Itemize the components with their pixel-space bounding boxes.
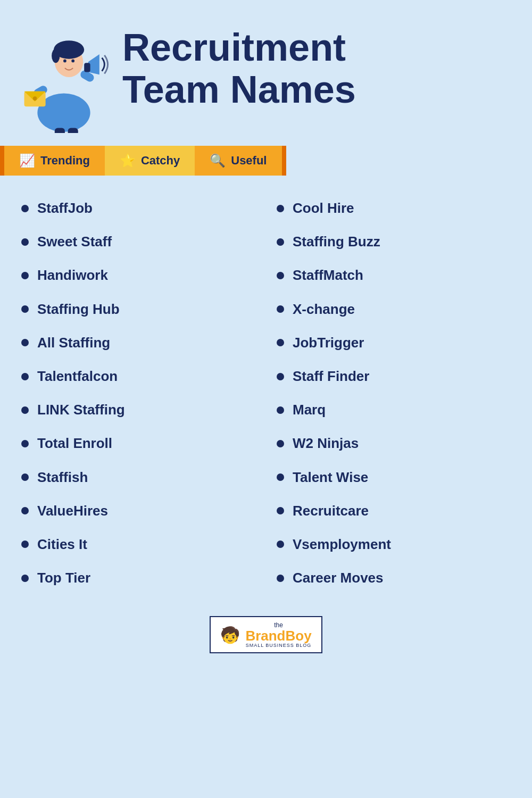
- list-item-text: Talent Wise: [293, 469, 368, 486]
- list-item: Marq: [277, 393, 511, 427]
- tabs-bar: 📈 Trending ⭐ Catchy 🔍 Useful: [0, 146, 532, 176]
- names-list: StaffJob Sweet Staff Handiwork Staffing …: [0, 181, 532, 605]
- logo-text: the BrandBoy SMALL BUSINESS BLOG: [245, 621, 311, 648]
- page-title: Recruitment Team Names: [122, 16, 356, 111]
- list-item-text: Staffing Hub: [37, 301, 120, 318]
- bullet-icon: [21, 473, 29, 481]
- list-item-text: Top Tier: [37, 570, 90, 586]
- list-item: Sweet Staff: [21, 225, 255, 259]
- list-item: Staffish: [21, 461, 255, 494]
- list-item-text: StaffJob: [37, 200, 93, 217]
- tab-useful-label: Useful: [231, 154, 267, 168]
- accent-left: [0, 146, 4, 176]
- list-item: X-change: [277, 293, 511, 326]
- hero-illustration: [16, 21, 112, 135]
- bullet-icon: [277, 406, 284, 414]
- svg-point-4: [33, 96, 37, 101]
- bullet-icon: [21, 575, 29, 582]
- list-item: Vsemployment: [277, 528, 511, 561]
- bullet-icon: [277, 473, 284, 481]
- svg-rect-14: [68, 128, 78, 133]
- list-item-text: W2 Ninjas: [293, 435, 359, 452]
- list-right: Cool Hire Staffing Buzz StaffMatch X-cha…: [266, 192, 521, 595]
- list-item-text: Total Enroll: [37, 435, 112, 452]
- list-item-text: Staffish: [37, 469, 88, 486]
- logo-brand-name: BrandBoy: [245, 629, 311, 643]
- tab-useful[interactable]: 🔍 Useful: [195, 146, 281, 176]
- list-item-text: Talentfalcon: [37, 368, 118, 385]
- useful-icon: 🔍: [210, 153, 226, 168]
- bullet-icon: [277, 373, 284, 380]
- logo-mascot-icon: 🧒: [220, 626, 240, 644]
- footer: 🧒 the BrandBoy SMALL BUSINESS BLOG: [0, 605, 532, 669]
- list-item: ValueHires: [21, 494, 255, 528]
- list-item-text: Cool Hire: [293, 200, 354, 217]
- list-item: StaffMatch: [277, 259, 511, 292]
- list-item: JobTrigger: [277, 326, 511, 360]
- bullet-icon: [277, 541, 284, 548]
- tab-catchy-label: Catchy: [141, 154, 180, 168]
- bullet-icon: [21, 440, 29, 447]
- list-item-text: Staffing Buzz: [293, 234, 380, 250]
- list-item: Handiwork: [21, 259, 255, 292]
- bullet-icon: [277, 507, 284, 514]
- svg-point-11: [63, 60, 66, 63]
- accent-right: [282, 146, 286, 176]
- bullet-icon: [277, 205, 284, 212]
- brandboy-logo: 🧒 the BrandBoy SMALL BUSINESS BLOG: [210, 616, 322, 653]
- bullet-icon: [277, 575, 284, 582]
- list-item: Top Tier: [21, 561, 255, 595]
- list-item-text: All Staffing: [37, 335, 110, 351]
- bullet-icon: [277, 238, 284, 246]
- header-section: Recruitment Team Names: [0, 0, 532, 146]
- bullet-icon: [277, 272, 284, 279]
- list-item: Staffing Hub: [21, 293, 255, 326]
- list-item: Recruitcare: [277, 494, 511, 528]
- trending-icon: 📈: [19, 153, 35, 168]
- list-item: Talentfalcon: [21, 360, 255, 393]
- list-item-text: Staff Finder: [293, 368, 369, 385]
- catchy-icon: ⭐: [120, 153, 136, 168]
- bullet-icon: [21, 507, 29, 514]
- bullet-icon: [277, 440, 284, 447]
- bullet-icon: [21, 272, 29, 279]
- svg-rect-7: [84, 63, 90, 72]
- bullet-icon: [277, 339, 284, 346]
- list-item-text: Vsemployment: [293, 536, 391, 553]
- list-left: StaffJob Sweet Staff Handiwork Staffing …: [11, 192, 266, 595]
- tab-trending-label: Trending: [40, 154, 90, 168]
- bullet-icon: [21, 305, 29, 313]
- list-item-text: Career Moves: [293, 570, 384, 586]
- list-item: Cities It: [21, 528, 255, 561]
- list-item: W2 Ninjas: [277, 427, 511, 460]
- svg-point-10: [52, 49, 60, 63]
- list-item: Career Moves: [277, 561, 511, 595]
- list-item: LINK Staffing: [21, 393, 255, 427]
- bullet-icon: [21, 205, 29, 212]
- list-item-text: JobTrigger: [293, 335, 364, 351]
- list-item-text: LINK Staffing: [37, 402, 125, 418]
- logo-tagline: SMALL BUSINESS BLOG: [245, 643, 311, 648]
- list-item: Staff Finder: [277, 360, 511, 393]
- list-item-text: Marq: [293, 402, 326, 418]
- list-item: Staffing Buzz: [277, 225, 511, 259]
- list-item-text: ValueHires: [37, 503, 108, 519]
- tab-trending[interactable]: 📈 Trending: [4, 146, 105, 176]
- bullet-icon: [21, 541, 29, 548]
- bullet-icon: [21, 339, 29, 346]
- bullet-icon: [21, 373, 29, 380]
- bullet-icon: [21, 406, 29, 414]
- list-item-text: Recruitcare: [293, 503, 369, 519]
- list-item: Cool Hire: [277, 192, 511, 225]
- list-item: Total Enroll: [21, 427, 255, 460]
- tab-catchy[interactable]: ⭐ Catchy: [105, 146, 195, 176]
- svg-rect-13: [55, 128, 65, 133]
- list-item-text: Sweet Staff: [37, 234, 112, 250]
- bullet-icon: [21, 238, 29, 246]
- list-item-text: Cities It: [37, 536, 87, 553]
- list-item-text: StaffMatch: [293, 267, 363, 284]
- list-item: All Staffing: [21, 326, 255, 360]
- bullet-icon: [277, 305, 284, 313]
- list-item-text: Handiwork: [37, 267, 108, 284]
- svg-point-12: [71, 60, 74, 63]
